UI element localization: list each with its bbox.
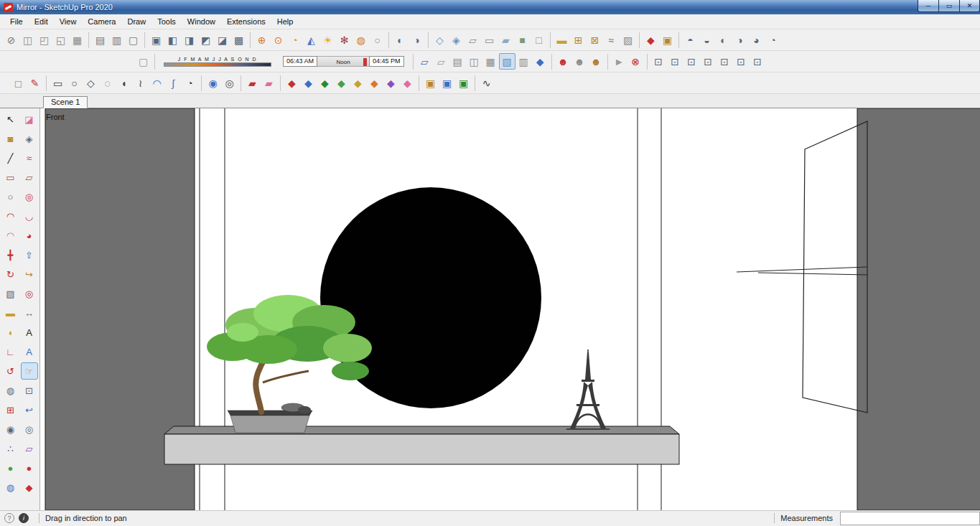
- vertex-tool-o-icon[interactable]: ◆: [366, 75, 383, 91]
- monitor-icon[interactable]: ◨: [181, 32, 197, 48]
- zoom-extents-tool-icon[interactable]: ⊞: [2, 401, 19, 418]
- mirror-frame-wireframe[interactable]: [737, 121, 867, 413]
- backedges-style-icon[interactable]: ◈: [448, 32, 465, 48]
- panel-grid-icon[interactable]: ◩: [197, 32, 214, 48]
- boxed-cube-back-icon[interactable]: ⊡: [733, 53, 750, 70]
- zoom-tool-icon[interactable]: ◍: [2, 382, 19, 399]
- boxed-cube-unlock-icon[interactable]: ⊡: [700, 53, 717, 70]
- pie-tool-icon[interactable]: ◕: [21, 227, 38, 244]
- component-swap-icon[interactable]: ◑: [409, 32, 425, 48]
- scale-tool-icon[interactable]: ▧: [2, 285, 19, 302]
- pink-crayon-icon[interactable]: ▰: [261, 75, 277, 91]
- follow-me-tool-icon[interactable]: ↪: [21, 266, 38, 283]
- red-diamond-icon[interactable]: ◆: [643, 32, 659, 48]
- red-figures-icon[interactable]: ☻: [555, 53, 571, 70]
- bonsai-branch-low[interactable]: [263, 371, 309, 382]
- frame-panel-icon[interactable]: ▢: [125, 32, 141, 48]
- top-view-icon[interactable]: ◒: [699, 32, 715, 48]
- menu-tools[interactable]: Tools: [151, 16, 182, 27]
- red-sphere-tool-icon[interactable]: ●: [21, 459, 38, 476]
- circle-tool-icon[interactable]: ○: [2, 188, 19, 205]
- vertex-tool-r-icon[interactable]: ◆: [284, 75, 300, 91]
- snowflake-icon[interactable]: ✻: [336, 32, 353, 48]
- add-location-icon[interactable]: ⊕: [253, 32, 270, 48]
- outer-shell-icon[interactable]: ◫: [19, 32, 36, 48]
- drawing-canvas[interactable]: Front: [39, 108, 980, 510]
- axis-gauge-icon[interactable]: ◭: [303, 32, 319, 48]
- 3d-text-tool-icon[interactable]: A: [21, 343, 38, 360]
- menu-draw[interactable]: Draw: [121, 16, 151, 27]
- donut-tool-icon[interactable]: ◎: [21, 188, 38, 205]
- sun-icon[interactable]: ☀: [319, 32, 336, 48]
- tape-strip-icon[interactable]: ▬: [554, 32, 570, 48]
- previous-view-tool-icon[interactable]: ↩: [21, 401, 38, 418]
- red-pencil-icon[interactable]: ✎: [27, 75, 43, 91]
- oval-shape-icon[interactable]: ◖: [116, 75, 132, 91]
- red-crayon-icon[interactable]: ▰: [244, 75, 261, 91]
- back-view-icon[interactable]: ◕: [748, 32, 765, 48]
- solid-subtract-icon[interactable]: ▦: [69, 32, 85, 48]
- ring-icon[interactable]: ○: [369, 32, 386, 48]
- two-point-arc-tool-icon[interactable]: ◡: [21, 207, 38, 225]
- front-view-icon[interactable]: ◐: [715, 32, 732, 48]
- menu-view[interactable]: View: [54, 16, 83, 27]
- green-sphere-tool-icon[interactable]: ●: [2, 459, 19, 476]
- push-pull-tool-icon[interactable]: ⇧: [21, 246, 38, 263]
- monochrome-style-icon[interactable]: □: [531, 32, 547, 48]
- arc-tool-icon[interactable]: ◠: [2, 207, 19, 225]
- ellipse-shape-icon[interactable]: ◌: [99, 75, 116, 91]
- vertex-tool-f-icon[interactable]: ◆: [399, 75, 416, 91]
- boxed-cube-side-icon[interactable]: ⊡: [750, 53, 766, 70]
- make-component-tool-icon[interactable]: ◈: [21, 130, 38, 147]
- shadow-time-slider[interactable]: 06:43 AM Noon 04:45 PM: [283, 56, 404, 67]
- pan-tool-icon[interactable]: ☞: [21, 362, 38, 380]
- locked-panel-icon[interactable]: ◪: [214, 32, 230, 48]
- zoom-window-tool-icon[interactable]: ⊡: [21, 382, 38, 399]
- xray-style-icon[interactable]: ◇: [431, 32, 448, 48]
- blue-lens-icon[interactable]: ◉: [205, 75, 221, 91]
- stacked-crate-icon[interactable]: ▣: [659, 32, 676, 48]
- circle-shape-icon[interactable]: ○: [66, 75, 83, 91]
- help-circle-icon[interactable]: ?: [4, 513, 14, 523]
- new-window-icon[interactable]: ▣: [148, 32, 164, 48]
- vertex-tool-g-icon[interactable]: ◆: [333, 75, 350, 91]
- target-circle-icon[interactable]: ◎: [221, 75, 238, 91]
- shadow-time-track[interactable]: Noon: [317, 56, 369, 67]
- red-cancel-icon[interactable]: ⊗: [627, 53, 644, 70]
- stacked-faces-icon[interactable]: ▤: [449, 53, 466, 70]
- shadow-time-thumb[interactable]: [363, 58, 367, 66]
- white-face-icon[interactable]: ▱: [433, 53, 449, 70]
- hiddenline-style-icon[interactable]: ▭: [481, 32, 498, 48]
- blue-box-icon[interactable]: ▣: [439, 75, 455, 91]
- section-plane-tool-icon[interactable]: ▱: [21, 440, 38, 457]
- boxed-cube-hide-similar-icon[interactable]: ⊡: [667, 53, 683, 70]
- select-tool-icon[interactable]: ↖: [2, 111, 19, 128]
- boxed-cube-lock-icon[interactable]: ⊡: [683, 53, 700, 70]
- wireframe-style-icon[interactable]: ▱: [465, 32, 481, 48]
- pie-shape-icon[interactable]: ◔: [182, 75, 198, 91]
- move-tool-icon[interactable]: ╋: [2, 246, 19, 263]
- vertex-tool-b-icon[interactable]: ◆: [300, 75, 317, 91]
- north-angle-icon[interactable]: ◔: [286, 32, 303, 48]
- close-button[interactable]: ✕: [959, 0, 980, 12]
- shadow-panel-icon[interactable]: ▩: [230, 32, 247, 48]
- menu-window[interactable]: Window: [182, 16, 221, 27]
- layer-face-icon[interactable]: ▥: [515, 53, 532, 70]
- textured-style-icon[interactable]: ■: [514, 32, 531, 48]
- text-tool-icon[interactable]: A: [21, 324, 38, 341]
- polygon-shape-icon[interactable]: ◇: [83, 75, 99, 91]
- freehand-curve-icon[interactable]: ≀: [132, 75, 149, 91]
- gray-figures-icon[interactable]: ☻: [571, 53, 588, 70]
- bonsai-tree[interactable]: [207, 295, 372, 433]
- globe-tool-icon[interactable]: ◍: [2, 479, 19, 496]
- model-scene[interactable]: [40, 108, 980, 510]
- rectangle-shape-icon[interactable]: ▭: [50, 75, 66, 91]
- eraser-tool-icon[interactable]: ◪: [21, 111, 38, 128]
- split-face-icon[interactable]: ◫: [466, 53, 482, 70]
- axes-tool-icon[interactable]: ∟: [2, 343, 19, 360]
- callout-bubble-icon[interactable]: ◻: [10, 75, 27, 91]
- scene-tab[interactable]: Scene 1: [43, 96, 88, 108]
- arc-shape-icon[interactable]: ◠: [149, 75, 165, 91]
- menu-extensions[interactable]: Extensions: [221, 16, 271, 27]
- dimension-tool-icon[interactable]: ↔: [21, 304, 38, 321]
